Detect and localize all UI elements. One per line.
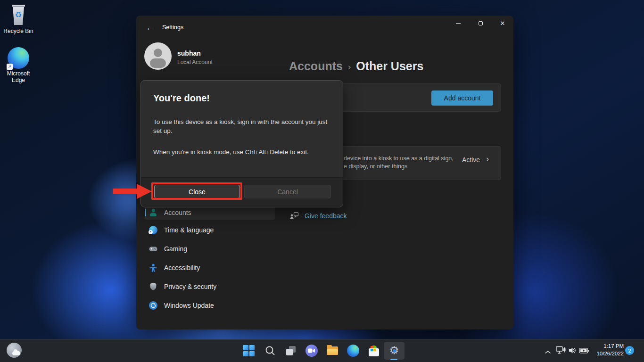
widgets-weather-icon[interactable] <box>7 343 22 358</box>
user-avatar[interactable] <box>144 42 172 70</box>
file-explorer-button[interactable] <box>326 345 339 357</box>
edge-taskbar-button[interactable] <box>347 345 359 357</box>
shield-icon <box>149 282 157 291</box>
dialog-title: You're done! <box>153 93 210 104</box>
dialog-body-2: When you're in kiosk mode, use Ctrl+Alt+… <box>153 148 336 156</box>
sidebar-item-time-language[interactable]: Time & language <box>145 223 275 237</box>
highlight-rectangle <box>151 182 242 200</box>
minimize-icon <box>456 23 461 24</box>
network-icon[interactable] <box>556 346 566 356</box>
sidebar-item-gaming[interactable]: Gaming <box>145 242 275 256</box>
search-icon <box>264 345 276 357</box>
tray-chevron-up-icon[interactable] <box>544 348 552 356</box>
close-window-button[interactable]: ✕ <box>492 16 513 31</box>
task-view-icon <box>285 345 297 357</box>
user-account-type: Local Account <box>177 59 213 66</box>
window-title: Settings <box>162 24 183 31</box>
kiosk-description-line2: e display, or other things <box>344 163 407 170</box>
active-app-indicator <box>390 359 397 360</box>
maximize-icon <box>479 21 483 25</box>
kiosk-description-line1: device into a kiosk to use as a digital … <box>344 155 454 162</box>
user-name: subhan <box>177 49 201 57</box>
gaming-icon <box>149 245 157 253</box>
volume-icon[interactable] <box>568 346 577 356</box>
edge-icon <box>347 345 359 357</box>
recycle-glyph: ♻ <box>10 10 26 20</box>
clock[interactable]: 1:17 PM 10/26/2022 <box>596 342 624 357</box>
search-button[interactable] <box>264 345 276 357</box>
time-language-icon <box>149 226 157 234</box>
settings-window: ← Settings ✕ subhan Local Account Accoun… <box>136 16 513 329</box>
start-button[interactable] <box>243 345 255 357</box>
notification-badge[interactable]: 2 <box>625 346 634 355</box>
sidebar-item-windows-update[interactable]: Windows Update <box>145 298 275 313</box>
accounts-icon <box>149 208 157 217</box>
accessibility-icon <box>149 263 157 272</box>
desktop-icon-edge[interactable]: ↗ Microsoft Edge <box>3 47 34 83</box>
dialog-body-1: To use this device as a kiosk, sign in w… <box>153 117 336 135</box>
windows-update-icon <box>149 301 157 310</box>
page-title: Other Users <box>356 59 423 73</box>
start-icon <box>243 345 255 357</box>
selection-indicator <box>145 209 146 216</box>
edge-icon: ↗ <box>8 47 29 69</box>
highlight-arrow <box>113 183 152 199</box>
chevron-right-icon: › <box>486 154 489 164</box>
feedback-icon <box>289 212 299 220</box>
breadcrumb: Accounts › Other Users <box>289 59 423 73</box>
sidebar-item-accounts[interactable]: Accounts <box>145 206 275 220</box>
task-view-button[interactable] <box>285 345 297 357</box>
add-account-button[interactable]: Add account <box>431 90 493 106</box>
sidebar-item-accessibility[interactable]: Accessibility <box>145 261 275 275</box>
desktop-icon-label: Microsoft Edge <box>3 70 34 83</box>
tray-date: 10/26/2022 <box>596 350 624 357</box>
breadcrumb-parent[interactable]: Accounts <box>289 59 343 73</box>
desktop: ♻ Recycle Bin ↗ Microsoft Edge ← Setting… <box>0 0 644 362</box>
desktop-icon-recycle-bin[interactable]: ♻ Recycle Bin <box>3 4 34 34</box>
close-icon: ✕ <box>500 20 505 27</box>
chat-button[interactable] <box>305 345 318 357</box>
back-button[interactable]: ← <box>143 22 157 34</box>
minimize-button[interactable] <box>447 16 469 31</box>
maximize-button[interactable] <box>470 16 491 31</box>
battery-icon[interactable] <box>579 347 590 356</box>
shortcut-arrow-icon: ↗ <box>7 64 13 70</box>
settings-taskbar-button[interactable]: ⚙ <box>384 342 405 360</box>
store-button[interactable] <box>368 345 380 357</box>
sidebar-item-privacy-security[interactable]: Privacy & security <box>145 280 275 294</box>
give-feedback-link[interactable]: Give feedback <box>305 212 347 220</box>
tray-time: 1:17 PM <box>596 342 624 350</box>
kiosk-status-badge: Active <box>462 156 480 164</box>
back-arrow-icon: ← <box>147 24 154 32</box>
desktop-icon-label: Recycle Bin <box>3 28 34 34</box>
recycle-bin-icon: ♻ <box>10 4 26 26</box>
chevron-right-icon: › <box>348 61 351 72</box>
cancel-button[interactable]: Cancel <box>244 185 331 198</box>
